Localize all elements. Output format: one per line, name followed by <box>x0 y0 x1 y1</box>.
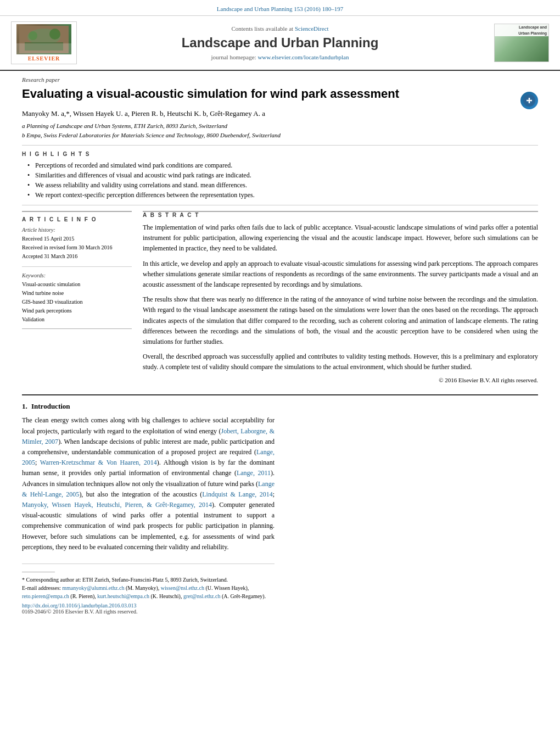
header-right: Landscape and Urban Planning <box>483 24 549 62</box>
header-citation: Landscape and Urban Planning 153 (2016) … <box>0 0 560 16</box>
email-wissen[interactable]: wissen@nsl.ethz.ch <box>161 585 204 591</box>
history-label: Article history: <box>22 227 132 233</box>
highlights-list: Perceptions of recorded and simulated wi… <box>27 161 538 199</box>
journal-thumb-text2: Urban Planning <box>495 30 548 36</box>
homepage-url[interactable]: www.elsevier.com/locate/landurbplan <box>257 54 349 60</box>
journal-thumbnail: Landscape and Urban Planning <box>494 24 549 62</box>
article-info-col: A R T I C L E I N F O Article history: R… <box>22 211 132 383</box>
abstract-text: The implementation of wind parks often f… <box>143 222 538 372</box>
affiliations: a Planning of Landscape and Urban System… <box>22 121 538 140</box>
crossmark-badge[interactable] <box>520 92 538 109</box>
elsevier-logo-image <box>16 24 71 54</box>
email-heutschi[interactable]: kurt.heutschi@empa.ch <box>97 593 149 599</box>
history-block: Article history: Received 15 April 2015 … <box>22 227 132 261</box>
journal-citation-link[interactable]: Landscape and Urban Planning 153 (2016) … <box>217 5 343 12</box>
footnote-corresponding: * Corresponding author at: ETH Zurich, S… <box>22 576 275 584</box>
highlight-item: Similarities and differences of visual a… <box>27 171 538 180</box>
intro-col-right <box>285 402 538 614</box>
article-type: Research paper <box>22 76 538 83</box>
intro-heading: 1. Introduction <box>22 402 275 411</box>
abstract-col: A B S T R A C T The implementation of wi… <box>143 211 538 383</box>
email-manyoky[interactable]: mmanyoky@alumni.ethz.ch <box>62 585 124 591</box>
contents-line: Contents lists available at ScienceDirec… <box>77 25 483 32</box>
divider-1 <box>22 145 538 146</box>
footnote-area: * Corresponding author at: ETH Zurich, S… <box>22 564 275 615</box>
sciencedirect-link[interactable]: ScienceDirect <box>295 25 329 32</box>
article-info-label: A R T I C L E I N F O <box>22 216 132 222</box>
ref-jobert[interactable]: Jobert, Laborgne, & Mimler, 2007 <box>22 427 275 445</box>
affiliation-b: b Empa, Swiss Federal Laboratories for M… <box>22 131 538 140</box>
authors: Manyoky M. a,*, Wissen Hayek U. a, Piere… <box>22 109 538 118</box>
journal-title: Landscape and Urban Planning <box>77 35 483 51</box>
ref-manyoky[interactable]: Manyoky, Wissen Hayek, Heutschi, Pieren,… <box>22 501 212 509</box>
svg-rect-2 <box>25 42 63 51</box>
abstract-para-2: In this article, we develop and apply an… <box>143 259 538 291</box>
revised-date: Received in revised form 30 March 2016 <box>22 243 132 252</box>
intro-two-col: 1. Introduction The clean energy switch … <box>22 402 538 614</box>
elsevier-logo-area: ELSEVIER <box>11 21 77 64</box>
ref-lindquist[interactable]: Lindquist & Lange, 2014 <box>202 490 272 498</box>
header-main: ELSEVIER Contents lists available at Sci… <box>0 16 560 71</box>
doi-line: http://dx.doi.org/10.1016/j.landurbplan.… <box>22 602 275 609</box>
email-gret[interactable]: gret@nsl.ethz.ch <box>183 593 221 599</box>
affiliation-a: a Planning of Landscape and Urban System… <box>22 121 538 131</box>
email-pieren[interactable]: reto.pieren@empa.ch <box>22 593 69 599</box>
journal-thumb-text1: Landscape and <box>495 24 548 30</box>
elsevier-text: ELSEVIER <box>28 55 60 62</box>
highlight-item: Perceptions of recorded and simulated wi… <box>27 161 538 170</box>
divider-info <box>22 266 132 267</box>
ref-lange2011[interactable]: Lange, 2011 <box>237 469 271 477</box>
divider-2 <box>22 205 538 205</box>
intro-text-left: The clean energy switch comes along with… <box>22 415 275 552</box>
highlight-item: We assess reliability and validity using… <box>27 181 538 189</box>
footnote-divider <box>22 572 55 572</box>
received-date: Received 15 April 2015 <box>22 235 132 243</box>
homepage-line: journal homepage: www.elsevier.com/locat… <box>77 54 483 60</box>
accepted-date: Accepted 31 March 2016 <box>22 252 132 261</box>
introduction-section: 1. Introduction The clean energy switch … <box>22 394 538 614</box>
intro-col-left: 1. Introduction The clean energy switch … <box>22 402 275 614</box>
keyword-4: Wind park perceptions <box>22 306 132 315</box>
two-col-section: A R T I C L E I N F O Article history: R… <box>22 211 538 383</box>
highlight-item: We report context-specific perception di… <box>27 191 538 199</box>
doi-link[interactable]: http://dx.doi.org/10.1016/j.landurbplan.… <box>22 602 136 609</box>
abstract-label: A B S T R A C T <box>143 212 538 218</box>
header-center: Contents lists available at ScienceDirec… <box>77 25 483 60</box>
highlights-label: H I G H L I G H T S <box>22 151 538 157</box>
abstract-para-4: Overall, the described approach was succ… <box>143 352 538 372</box>
keyword-3: GIS-based 3D visualization <box>22 298 132 306</box>
svg-point-3 <box>29 31 37 40</box>
keyword-2: Wind turbine noise <box>22 289 132 298</box>
keyword-1: Visual-acoustic simulation <box>22 280 132 289</box>
license-line: 0169-2046/© 2016 Elsevier B.V. All right… <box>22 609 275 615</box>
article-title: Evaluating a visual-acoustic simulation … <box>22 86 399 102</box>
copyright: © 2016 Elsevier B.V. All rights reserved… <box>143 377 538 383</box>
article-content: Research paper Evaluating a visual-acous… <box>0 71 560 626</box>
ref-warren[interactable]: Warren-Kretzschmar & Von Haaren, 2014 <box>40 459 157 466</box>
keywords-label: Keywords: <box>22 272 132 278</box>
page: Landscape and Urban Planning 153 (2016) … <box>0 0 560 742</box>
svg-point-4 <box>49 29 60 40</box>
abstract-para-1: The implementation of wind parks often f… <box>143 222 538 254</box>
keyword-5: Validation <box>22 315 132 324</box>
footnote-emails: E-mail addresses: mmanyoky@alumni.ethz.c… <box>22 584 275 600</box>
abstract-para-3: The results show that there was nearly n… <box>143 294 538 347</box>
